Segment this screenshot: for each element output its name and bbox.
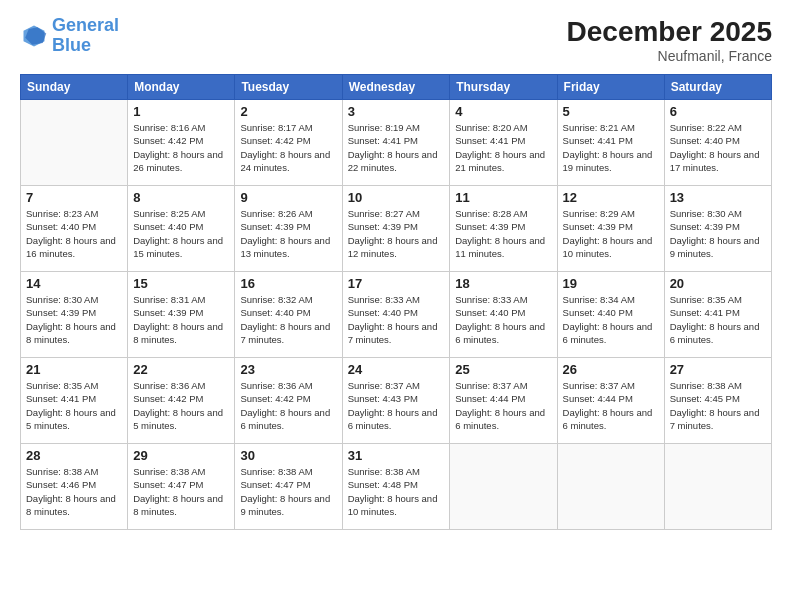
calendar-cell: 25Sunrise: 8:37 AMSunset: 4:44 PMDayligh… <box>450 358 557 444</box>
day-info: Sunrise: 8:30 AMSunset: 4:39 PMDaylight:… <box>26 293 122 346</box>
calendar-cell: 1Sunrise: 8:16 AMSunset: 4:42 PMDaylight… <box>128 100 235 186</box>
day-number: 6 <box>670 104 766 119</box>
day-info: Sunrise: 8:22 AMSunset: 4:40 PMDaylight:… <box>670 121 766 174</box>
calendar-cell: 12Sunrise: 8:29 AMSunset: 4:39 PMDayligh… <box>557 186 664 272</box>
day-number: 2 <box>240 104 336 119</box>
day-number: 31 <box>348 448 445 463</box>
day-info: Sunrise: 8:20 AMSunset: 4:41 PMDaylight:… <box>455 121 551 174</box>
calendar-cell: 26Sunrise: 8:37 AMSunset: 4:44 PMDayligh… <box>557 358 664 444</box>
day-info: Sunrise: 8:36 AMSunset: 4:42 PMDaylight:… <box>133 379 229 432</box>
day-number: 14 <box>26 276 122 291</box>
day-info: Sunrise: 8:33 AMSunset: 4:40 PMDaylight:… <box>348 293 445 346</box>
day-info: Sunrise: 8:29 AMSunset: 4:39 PMDaylight:… <box>563 207 659 260</box>
weekday-wednesday: Wednesday <box>342 75 450 100</box>
calendar-cell: 17Sunrise: 8:33 AMSunset: 4:40 PMDayligh… <box>342 272 450 358</box>
calendar-cell <box>557 444 664 530</box>
weekday-thursday: Thursday <box>450 75 557 100</box>
logo: General Blue <box>20 16 119 56</box>
calendar-cell <box>21 100 128 186</box>
day-number: 20 <box>670 276 766 291</box>
day-number: 10 <box>348 190 445 205</box>
page: General Blue December 2025 Neufmanil, Fr… <box>0 0 792 612</box>
calendar-cell: 23Sunrise: 8:36 AMSunset: 4:42 PMDayligh… <box>235 358 342 444</box>
day-number: 29 <box>133 448 229 463</box>
week-row-0: 1Sunrise: 8:16 AMSunset: 4:42 PMDaylight… <box>21 100 772 186</box>
logo-text: General Blue <box>52 16 119 56</box>
day-number: 25 <box>455 362 551 377</box>
calendar-cell: 5Sunrise: 8:21 AMSunset: 4:41 PMDaylight… <box>557 100 664 186</box>
day-info: Sunrise: 8:35 AMSunset: 4:41 PMDaylight:… <box>670 293 766 346</box>
week-row-4: 28Sunrise: 8:38 AMSunset: 4:46 PMDayligh… <box>21 444 772 530</box>
day-info: Sunrise: 8:35 AMSunset: 4:41 PMDaylight:… <box>26 379 122 432</box>
calendar-table: SundayMondayTuesdayWednesdayThursdayFrid… <box>20 74 772 530</box>
day-number: 7 <box>26 190 122 205</box>
day-number: 28 <box>26 448 122 463</box>
day-number: 3 <box>348 104 445 119</box>
month-year: December 2025 <box>567 16 772 48</box>
calendar-cell: 19Sunrise: 8:34 AMSunset: 4:40 PMDayligh… <box>557 272 664 358</box>
calendar-cell: 29Sunrise: 8:38 AMSunset: 4:47 PMDayligh… <box>128 444 235 530</box>
day-number: 17 <box>348 276 445 291</box>
day-number: 8 <box>133 190 229 205</box>
day-number: 22 <box>133 362 229 377</box>
day-number: 24 <box>348 362 445 377</box>
day-number: 5 <box>563 104 659 119</box>
calendar-cell: 8Sunrise: 8:25 AMSunset: 4:40 PMDaylight… <box>128 186 235 272</box>
day-info: Sunrise: 8:28 AMSunset: 4:39 PMDaylight:… <box>455 207 551 260</box>
day-info: Sunrise: 8:27 AMSunset: 4:39 PMDaylight:… <box>348 207 445 260</box>
day-info: Sunrise: 8:37 AMSunset: 4:44 PMDaylight:… <box>563 379 659 432</box>
day-info: Sunrise: 8:38 AMSunset: 4:48 PMDaylight:… <box>348 465 445 518</box>
day-info: Sunrise: 8:31 AMSunset: 4:39 PMDaylight:… <box>133 293 229 346</box>
calendar-cell: 13Sunrise: 8:30 AMSunset: 4:39 PMDayligh… <box>664 186 771 272</box>
day-info: Sunrise: 8:38 AMSunset: 4:45 PMDaylight:… <box>670 379 766 432</box>
calendar-cell <box>664 444 771 530</box>
logo-general: General <box>52 15 119 35</box>
weekday-friday: Friday <box>557 75 664 100</box>
day-info: Sunrise: 8:37 AMSunset: 4:44 PMDaylight:… <box>455 379 551 432</box>
logo-icon <box>20 22 48 50</box>
calendar-cell: 20Sunrise: 8:35 AMSunset: 4:41 PMDayligh… <box>664 272 771 358</box>
calendar-cell: 14Sunrise: 8:30 AMSunset: 4:39 PMDayligh… <box>21 272 128 358</box>
day-info: Sunrise: 8:23 AMSunset: 4:40 PMDaylight:… <box>26 207 122 260</box>
day-number: 11 <box>455 190 551 205</box>
day-info: Sunrise: 8:38 AMSunset: 4:47 PMDaylight:… <box>240 465 336 518</box>
calendar-cell: 10Sunrise: 8:27 AMSunset: 4:39 PMDayligh… <box>342 186 450 272</box>
day-info: Sunrise: 8:34 AMSunset: 4:40 PMDaylight:… <box>563 293 659 346</box>
calendar-cell: 30Sunrise: 8:38 AMSunset: 4:47 PMDayligh… <box>235 444 342 530</box>
day-number: 16 <box>240 276 336 291</box>
day-info: Sunrise: 8:33 AMSunset: 4:40 PMDaylight:… <box>455 293 551 346</box>
weekday-sunday: Sunday <box>21 75 128 100</box>
day-number: 27 <box>670 362 766 377</box>
day-info: Sunrise: 8:38 AMSunset: 4:47 PMDaylight:… <box>133 465 229 518</box>
week-row-2: 14Sunrise: 8:30 AMSunset: 4:39 PMDayligh… <box>21 272 772 358</box>
calendar-cell: 18Sunrise: 8:33 AMSunset: 4:40 PMDayligh… <box>450 272 557 358</box>
calendar-cell: 24Sunrise: 8:37 AMSunset: 4:43 PMDayligh… <box>342 358 450 444</box>
day-info: Sunrise: 8:19 AMSunset: 4:41 PMDaylight:… <box>348 121 445 174</box>
day-info: Sunrise: 8:30 AMSunset: 4:39 PMDaylight:… <box>670 207 766 260</box>
calendar-cell: 21Sunrise: 8:35 AMSunset: 4:41 PMDayligh… <box>21 358 128 444</box>
day-number: 30 <box>240 448 336 463</box>
calendar-cell: 2Sunrise: 8:17 AMSunset: 4:42 PMDaylight… <box>235 100 342 186</box>
day-info: Sunrise: 8:38 AMSunset: 4:46 PMDaylight:… <box>26 465 122 518</box>
calendar-cell: 11Sunrise: 8:28 AMSunset: 4:39 PMDayligh… <box>450 186 557 272</box>
day-number: 18 <box>455 276 551 291</box>
day-number: 1 <box>133 104 229 119</box>
weekday-tuesday: Tuesday <box>235 75 342 100</box>
day-info: Sunrise: 8:26 AMSunset: 4:39 PMDaylight:… <box>240 207 336 260</box>
calendar-cell: 6Sunrise: 8:22 AMSunset: 4:40 PMDaylight… <box>664 100 771 186</box>
day-number: 12 <box>563 190 659 205</box>
day-number: 13 <box>670 190 766 205</box>
day-info: Sunrise: 8:25 AMSunset: 4:40 PMDaylight:… <box>133 207 229 260</box>
calendar-cell: 22Sunrise: 8:36 AMSunset: 4:42 PMDayligh… <box>128 358 235 444</box>
calendar-cell: 28Sunrise: 8:38 AMSunset: 4:46 PMDayligh… <box>21 444 128 530</box>
day-number: 4 <box>455 104 551 119</box>
day-number: 23 <box>240 362 336 377</box>
day-info: Sunrise: 8:16 AMSunset: 4:42 PMDaylight:… <box>133 121 229 174</box>
weekday-monday: Monday <box>128 75 235 100</box>
day-info: Sunrise: 8:37 AMSunset: 4:43 PMDaylight:… <box>348 379 445 432</box>
logo-blue: Blue <box>52 36 119 56</box>
day-info: Sunrise: 8:17 AMSunset: 4:42 PMDaylight:… <box>240 121 336 174</box>
day-info: Sunrise: 8:21 AMSunset: 4:41 PMDaylight:… <box>563 121 659 174</box>
day-number: 19 <box>563 276 659 291</box>
calendar-cell <box>450 444 557 530</box>
